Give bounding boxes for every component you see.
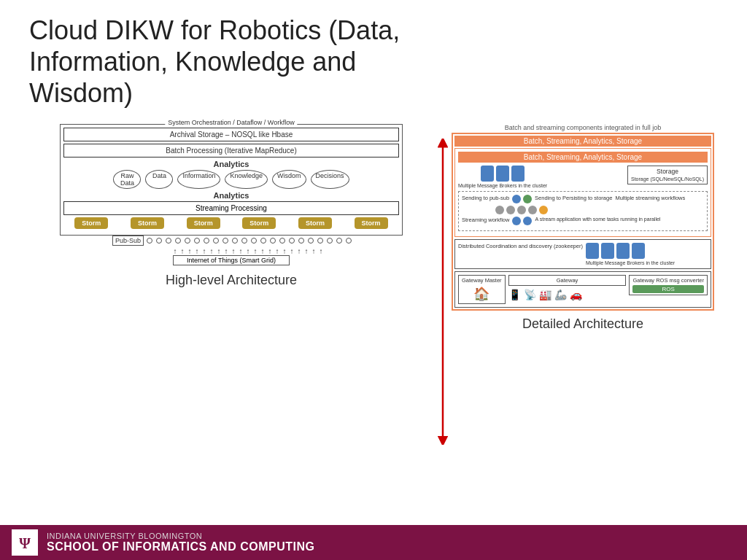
stream-circles <box>512 217 532 225</box>
blue-cyl-2 <box>496 166 509 182</box>
oval-information: Information <box>177 170 220 189</box>
coord-cyl-1 <box>586 243 599 259</box>
stream-app-label: A stream application with some tasks run… <box>535 217 660 222</box>
oval-decisions: Decisions <box>311 170 349 189</box>
oval-raw-data: RawData <box>113 170 141 189</box>
iot-label: Internet of Things (Smart Grid) <box>173 255 290 265</box>
blue-cyl-row <box>481 166 525 182</box>
gw-box: Gateway <box>508 275 627 286</box>
iu-logo: Ψ <box>12 529 38 556</box>
circle-orange-1 <box>539 206 548 214</box>
storm-btn-1: Storm <box>74 217 108 229</box>
device-icons: 📱 📡 🏭 🦾 🚗 <box>508 289 627 300</box>
circle-gray-4 <box>528 206 537 214</box>
left-caption: High-level Architecture <box>166 273 297 288</box>
ros-badge: ROS <box>632 285 704 293</box>
streaming-wf-row: Streaming workflow A stream application … <box>462 217 704 225</box>
pubsub-label: Pub-Sub <box>112 236 144 246</box>
ovals-row: RawData Data Information Knowledge Wisdo… <box>63 170 399 189</box>
right-caption: Detailed Architecture <box>522 316 643 332</box>
batch-row: Batch Processing (Iterative MapReduce) <box>63 144 399 158</box>
footer-school: School of Informatics and Computing <box>47 540 314 553</box>
analytics-label-1: Analytics <box>63 160 399 168</box>
circle-blue-2 <box>512 217 521 225</box>
rd-gateway-section: Gateway Master 🏠 Gateway 📱 📡 <box>454 271 711 308</box>
high-level-diagram: System Orchestration / Dataflow / Workfl… <box>60 124 403 236</box>
rd-inner-box: Batch, Streaming, Analytics, Storage <box>454 148 711 237</box>
circle-gray-1 <box>495 206 504 214</box>
coord-cyl-3 <box>616 243 630 259</box>
iu-logo-svg: Ψ <box>13 531 36 554</box>
circle-blue-3 <box>523 217 532 225</box>
gw-ros-box: Gateway ROS msg converter ROS <box>629 275 708 295</box>
gw-ros: Gateway ROS msg converter ROS <box>629 275 708 295</box>
page-title: Cloud DIKW for Robotics (Data, Informati… <box>29 15 438 109</box>
pubsub-row: Pub-Sub <box>112 236 352 246</box>
blue-cyl-1 <box>481 166 494 182</box>
storm-row: Storm Storm Storm Storm Storm Storm <box>63 217 399 229</box>
circle-gray-3 <box>517 206 526 214</box>
wifi-icon: 📡 <box>524 289 536 300</box>
circle-gray-2 <box>506 206 515 214</box>
sending-stor-label: Sending to Persisting to storage <box>535 195 612 201</box>
circle-blue-1 <box>512 195 521 203</box>
rd-mid-dashed: Sending to pub-sub Sending to Persisting… <box>458 191 708 231</box>
rd-header-1: Batch, Streaming, Analytics, Storage <box>454 136 711 147</box>
analytics-label-2: Analytics <box>63 191 399 200</box>
oval-data: Data <box>145 170 173 189</box>
coord-cylinders <box>586 243 675 259</box>
rd-inner-header: Batch, Streaming, Analytics, Storage <box>458 152 708 163</box>
gw-master-box: Gateway Master 🏠 <box>458 275 506 304</box>
blue-cyl-3 <box>511 166 525 182</box>
phone-icon: 📱 <box>508 289 521 300</box>
system-label: System Orchestration / Dataflow / Workfl… <box>165 119 297 126</box>
footer-university: Indiana University Bloomington <box>47 532 314 540</box>
streaming-row: Streaming Processing <box>63 201 399 215</box>
left-column: System Orchestration / Dataflow / Workfl… <box>29 124 433 518</box>
storm-btn-4: Storm <box>242 217 276 229</box>
right-top-label: Batch and streaming components integrate… <box>505 124 662 131</box>
sending-circles <box>512 195 532 203</box>
gw-label: Gateway <box>512 277 623 284</box>
gray-circles <box>495 206 548 214</box>
gw-center: Gateway 📱 📡 🏭 🦾 🚗 <box>508 275 627 300</box>
robot-icon: 🦾 <box>554 289 567 300</box>
sending-pub-row: Sending to pub-sub Sending to Persisting… <box>462 195 704 203</box>
coord-right: Multiple Message Brokers in the cluster <box>586 243 675 265</box>
circle-green-1 <box>523 195 532 203</box>
gw-master-label: Gateway Master <box>462 277 502 284</box>
tower-icon: 🏭 <box>539 289 551 300</box>
home-icon: 🏠 <box>462 286 502 302</box>
circle-row <box>147 238 352 244</box>
rd-outer-box: Batch, Streaming, Analytics, Storage Bat… <box>452 133 714 311</box>
storm-btn-6: Storm <box>355 217 388 229</box>
coord-label: Distributed Coordination and discovery (… <box>458 243 583 249</box>
brokers-label-2: Multiple Message Brokers in the cluster <box>586 260 675 265</box>
footer-text: Indiana University Bloomington School of… <box>47 532 314 553</box>
arrows-row: ↑↑ ↑↑ ↑↑ ↑↑ ↑↑ ↑↑ ↑↑ ↑↑ ↑↑ ↑↑ ↑ <box>140 247 323 255</box>
storm-btn-5: Storm <box>298 217 332 229</box>
storm-btn-2: Storm <box>131 217 164 229</box>
coord-cyl-4 <box>632 243 645 259</box>
multiple-sw-label: Multiple streaming workflows <box>615 195 685 201</box>
storm-btn-3: Storm <box>187 217 220 229</box>
gw-ros-label: Gateway ROS msg converter <box>632 277 704 284</box>
svg-text:Ψ: Ψ <box>19 535 31 551</box>
archival-row: Archival Storage – NOSQL like Hbase <box>63 128 399 141</box>
gray-circles-row <box>462 206 704 214</box>
oval-wisdom: Wisdom <box>272 170 306 189</box>
brokers-label: Multiple Message Brokers in the cluster <box>458 183 547 188</box>
red-arrow <box>438 139 448 445</box>
car-icon: 🚗 <box>570 289 582 300</box>
streaming-wf-label: Streaming workflow <box>462 217 509 223</box>
storage-label: StorageStorage (SQL/NewSQL/NoSQL) <box>627 166 708 184</box>
footer: Ψ Indiana University Bloomington School … <box>0 525 747 560</box>
rd-storage-row: Multiple Message Brokers in the cluster … <box>458 166 708 188</box>
rd-coord-section: Distributed Coordination and discovery (… <box>454 239 711 269</box>
coord-cyl-2 <box>601 243 614 259</box>
right-column: Batch and streaming components integrate… <box>448 124 718 518</box>
rd-storage-left: Multiple Message Brokers in the cluster <box>458 166 547 188</box>
oval-knowledge: Knowledge <box>225 170 268 189</box>
right-diagram: Batch and streaming components integrate… <box>448 124 718 311</box>
sending-pub-label: Sending to pub-sub <box>462 195 509 201</box>
